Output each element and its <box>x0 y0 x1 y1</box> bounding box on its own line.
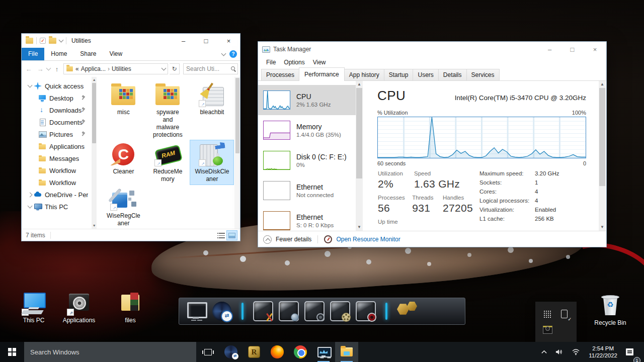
taskbar-search-input[interactable]: Search Windows <box>24 342 196 362</box>
up-button[interactable]: ↑ <box>52 65 62 73</box>
task-view-button[interactable] <box>196 342 219 362</box>
scroll-up-icon[interactable]: ▲ <box>599 81 606 88</box>
qat-new-folder-icon[interactable] <box>49 38 56 44</box>
chevron-right-icon[interactable] <box>27 192 32 197</box>
open-resource-monitor-link[interactable]: Open Resource Monitor <box>336 236 400 243</box>
perf-item-ethernet-3[interactable]: EthernetNot connected <box>258 175 356 206</box>
sidebar-item-quick-access[interactable]: Quick access <box>22 80 92 92</box>
taskbar-app-chrome[interactable] <box>289 342 312 362</box>
expand-ribbon-chevron-icon[interactable] <box>221 51 226 56</box>
taskbar-app-taskmgr[interactable] <box>312 342 335 362</box>
tray-camera-icon[interactable] <box>539 322 556 338</box>
taskbar-clock[interactable]: 2:54 PM 11/22/2022 <box>585 345 621 359</box>
sidebar-item-onedrive-personal[interactable]: OneDrive - Personal <box>22 189 92 201</box>
dock-monitor-icon[interactable] <box>186 301 206 321</box>
menu-file[interactable]: File <box>262 59 280 66</box>
sidebar-item-workflow[interactable]: Workflow <box>22 176 92 189</box>
chevron-down-icon[interactable] <box>27 83 32 88</box>
scrollbar-thumb[interactable] <box>235 78 239 153</box>
taskmgr-titlebar[interactable]: Task Manager – □ × <box>258 42 606 57</box>
desktop-icon-this-pc[interactable]: →This PC <box>14 292 53 324</box>
dock-puzzle-icon[interactable] <box>397 301 417 321</box>
sidebar-item-this-pc[interactable]: This PC <box>22 201 92 213</box>
chevron-down-icon[interactable] <box>27 204 32 209</box>
dock-folder-paint-icon[interactable] <box>253 301 273 321</box>
network-button[interactable] <box>568 342 584 362</box>
taskbar-app-explorer[interactable] <box>335 342 358 362</box>
desktop-icon-recycle-bin[interactable]: Recycle Bin <box>591 294 630 326</box>
perf-item-ethernet-4[interactable]: EthernetS: 0 R: 0 Kbps <box>258 206 356 231</box>
maximize-button[interactable]: □ <box>195 34 217 48</box>
menu-view[interactable]: View <box>309 59 330 66</box>
back-button[interactable]: ← <box>24 65 34 73</box>
explorer-titlebar[interactable]: ✓ Utilities – □ × <box>22 34 240 48</box>
taskbar-app-rocketdock[interactable] <box>243 342 266 362</box>
tab-users[interactable]: Users <box>413 69 438 80</box>
taskbar-app-firefox[interactable] <box>266 342 289 362</box>
ribbon-tab-home[interactable]: Home <box>44 48 73 60</box>
recent-locations-chevron-icon[interactable] <box>46 66 51 71</box>
ribbon-tab-view[interactable]: View <box>103 48 129 60</box>
sidebar-item-messages[interactable]: Messages <box>22 152 92 164</box>
qat-properties-icon[interactable]: ✓ <box>40 38 46 44</box>
scrollbar-thumb[interactable] <box>92 83 96 143</box>
tray-grid-icon[interactable] <box>539 306 556 322</box>
minimize-button[interactable]: – <box>538 42 561 57</box>
perf-item-cpu-0[interactable]: CPU2% 1.63 GHz <box>258 85 356 115</box>
forward-button[interactable]: → <box>35 65 45 73</box>
scroll-up-icon[interactable]: ▲ <box>92 77 97 83</box>
file-item-bleachbit[interactable]: →bleachbit <box>190 81 233 140</box>
scroll-down-icon[interactable]: ▼ <box>356 224 363 231</box>
scroll-up-icon[interactable]: ▲ <box>356 81 363 88</box>
address-dropdown-chevron-icon[interactable] <box>162 66 167 71</box>
taskbar-app-swirl[interactable] <box>219 342 243 362</box>
dock-swirl-icon[interactable] <box>212 301 232 321</box>
desktop-icon-applications[interactable]: →Applications <box>59 292 99 324</box>
sidebar-item-desktop[interactable]: Desktop <box>22 92 92 104</box>
qat-customize-chevron-icon[interactable] <box>59 38 64 43</box>
file-item-cleaner[interactable]: Cleaner <box>102 140 145 185</box>
breadcrumb-current[interactable]: Utilities <box>112 65 131 72</box>
ribbon-tab-share[interactable]: Share <box>73 48 103 60</box>
tray-usb-icon[interactable] <box>556 306 573 322</box>
scroll-down-icon[interactable]: ▼ <box>599 224 606 231</box>
dock-folder-shutter-icon[interactable] <box>356 301 376 321</box>
fewer-details-button[interactable]: Fewer details <box>276 236 311 243</box>
tab-details[interactable]: Details <box>438 69 467 80</box>
ribbon-tab-file[interactable]: File <box>22 48 44 60</box>
maximize-button[interactable]: □ <box>561 42 584 57</box>
file-item-misc[interactable]: misc <box>102 81 145 140</box>
close-button[interactable]: × <box>217 34 240 48</box>
sidebar-item-downloads[interactable]: Downloads <box>22 104 92 116</box>
perf-item-memory-1[interactable]: Memory1.4/4.0 GB (35%) <box>258 115 356 145</box>
start-button[interactable] <box>0 342 24 362</box>
details-view-button[interactable] <box>216 231 226 240</box>
search-input[interactable]: Search Uti... <box>183 63 238 74</box>
perf-item-disk-0-c-f-e-2[interactable]: Disk 0 (C: F: E:)0% <box>258 145 356 175</box>
help-icon[interactable]: ? <box>229 50 237 58</box>
dock-folder-film-icon[interactable] <box>330 301 350 321</box>
files-scrollbar[interactable] <box>234 77 240 229</box>
file-item-wisediskcleaner[interactable]: →WiseDiskCleaner <box>190 140 233 185</box>
menu-options[interactable]: Options <box>280 59 308 66</box>
breadcrumb-parent[interactable]: Applica... <box>81 65 106 72</box>
address-box[interactable]: « Applica... › Utilities <box>63 63 168 74</box>
sidebar-scrollbar[interactable]: ▲ ▼ <box>92 77 97 229</box>
file-item-reducememory[interactable]: →ReduceMemory <box>146 140 189 185</box>
tab-processes[interactable]: Processes <box>261 69 299 80</box>
dock-folder-globe-icon[interactable] <box>279 301 299 321</box>
dock-folder-camera-icon[interactable] <box>304 301 325 321</box>
scroll-down-icon[interactable]: ▼ <box>92 223 97 229</box>
minimize-button[interactable]: – <box>172 34 195 48</box>
sidebar-item-pictures[interactable]: Pictures <box>22 128 92 140</box>
thumbnail-view-button[interactable] <box>227 231 237 240</box>
tab-startup[interactable]: Startup <box>384 69 414 80</box>
scrollbar-thumb[interactable] <box>599 88 605 186</box>
sidebar-item-workflow[interactable]: Workflow <box>22 164 92 176</box>
tab-performance[interactable]: Performance <box>299 67 345 81</box>
tray-chevron-button[interactable] <box>537 342 551 362</box>
volume-button[interactable] <box>552 342 567 362</box>
main-scrollbar[interactable]: ▲ ▼ <box>599 81 606 231</box>
sidebar-item-applications[interactable]: Applications <box>22 140 92 152</box>
sidebar-item-documents[interactable]: Documents <box>22 116 92 128</box>
